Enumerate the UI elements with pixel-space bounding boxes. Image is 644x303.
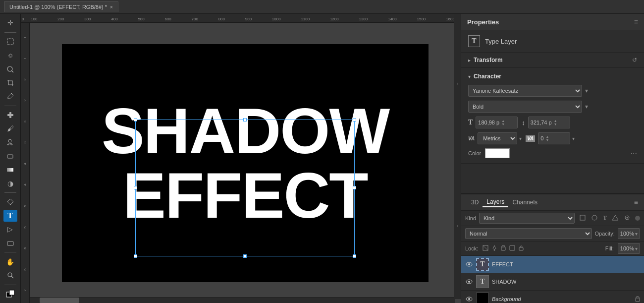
font-size-group: T 180,98 p ▲ ▼ — [468, 117, 518, 128]
toolbar-divider-1 — [4, 32, 16, 33]
pen-tool[interactable] — [3, 196, 17, 208]
visibility-eye-effect[interactable] — [465, 260, 473, 268]
lock-pixels-icon[interactable] — [482, 244, 489, 253]
text-tool[interactable]: T — [3, 210, 17, 222]
kerning-field[interactable]: 0 ▲ ▼ — [538, 132, 570, 144]
filter-toggle[interactable] — [635, 216, 640, 221]
quick-select-tool[interactable] — [3, 63, 17, 75]
layer-item-background[interactable]: Background — [461, 291, 644, 303]
line-height-stepper[interactable]: ▲ ▼ — [554, 119, 557, 126]
svg-point-16 — [627, 217, 628, 218]
svg-point-28 — [468, 298, 470, 300]
svg-rect-7 — [7, 168, 13, 172]
clone-tool[interactable] — [3, 136, 17, 149]
tab-layers[interactable]: Layers — [483, 197, 508, 207]
fill-field[interactable]: 100% ▾ — [618, 243, 640, 254]
line-height-down[interactable]: ▼ — [554, 122, 557, 126]
marquee-tool[interactable] — [3, 36, 17, 48]
font-size-up[interactable]: ▲ — [501, 119, 505, 122]
tab-channels[interactable]: Channels — [508, 198, 541, 207]
tracking-icon: VA — [468, 136, 475, 141]
handle-bm[interactable] — [243, 254, 247, 258]
eyedropper-tool[interactable] — [3, 90, 17, 103]
crop-tool[interactable] — [3, 76, 17, 89]
visibility-eye-background[interactable] — [465, 295, 473, 303]
character-header[interactable]: ▾ Character — [468, 73, 637, 80]
document-tab[interactable]: Untitled-1 @ 100% (EFFECT, RGB/8#) * × — [4, 1, 118, 12]
type-layer-label: Type Layer — [485, 38, 517, 45]
line-height-up[interactable]: ▲ — [554, 119, 557, 122]
ruler-mark: 900 — [245, 17, 252, 21]
brush-tool[interactable]: 🖌 — [3, 122, 17, 135]
gradient-tool[interactable] — [3, 164, 17, 176]
kerning-down[interactable]: ▼ — [545, 138, 549, 142]
kerning-stepper[interactable]: ▲ ▼ — [545, 135, 549, 142]
more-options-icon[interactable]: ··· — [631, 149, 637, 158]
properties-menu-icon[interactable]: ≡ — [634, 18, 638, 26]
opacity-field[interactable]: 100% ▾ — [618, 228, 640, 239]
path-selection-tool[interactable]: ▷ — [3, 223, 17, 236]
transform-arrow: ▸ — [468, 58, 471, 63]
layer-lock-icon — [635, 296, 640, 303]
fg-bg-color[interactable] — [3, 288, 17, 300]
line-height-field[interactable]: 321,74 p ▲ ▼ — [528, 117, 570, 128]
eraser-tool[interactable] — [3, 150, 17, 162]
layer-item-effect[interactable]: T EFFECT — [461, 256, 644, 273]
tracking-select[interactable]: Metrics — [478, 132, 517, 144]
layers-list[interactable]: T EFFECT T SHADOW — [461, 256, 644, 303]
ruler-top: 0 100 200 300 400 500 600 700 800 900 10… — [21, 14, 461, 23]
visibility-eye-shadow[interactable] — [465, 278, 473, 286]
handle-br[interactable] — [353, 254, 356, 258]
lock-all-icon[interactable] — [518, 244, 525, 253]
ruler-mark-left: 4 — [23, 181, 27, 189]
font-style-dropdown[interactable]: ▾ — [585, 103, 588, 110]
lock-paint-icon[interactable] — [491, 244, 498, 253]
font-size-stepper[interactable]: ▲ ▼ — [501, 119, 505, 126]
horizontal-scrollbar[interactable] — [30, 297, 455, 303]
scroll-thumb-h[interactable] — [40, 298, 79, 303]
fill-dropdown[interactable]: ▾ — [635, 246, 638, 251]
kerning-dropdown[interactable]: ▾ — [572, 136, 575, 141]
transform-section-header[interactable]: ▸ Transform ↺ — [461, 53, 644, 68]
tracking-dropdown[interactable]: ▾ — [519, 136, 522, 141]
kerning-up[interactable]: ▲ — [545, 135, 549, 138]
filter-type-icon[interactable]: T — [601, 214, 608, 223]
layers-menu-icon[interactable]: ≡ — [634, 198, 638, 206]
filter-smart-icon[interactable] — [622, 214, 632, 223]
filter-adjustment-icon[interactable] — [590, 214, 599, 223]
tab-label: Untitled-1 @ 100% (EFFECT, RGB/8#) * — [9, 4, 107, 10]
move-tool[interactable]: ✛ — [3, 17, 17, 29]
font-size-down[interactable]: ▼ — [501, 122, 505, 126]
filter-shape-icon[interactable] — [610, 214, 620, 223]
font-size-field[interactable]: 180,98 p ▲ ▼ — [476, 117, 518, 128]
opacity-dropdown[interactable]: ▾ — [635, 231, 638, 237]
filter-pixel-icon[interactable] — [578, 214, 588, 223]
layer-item-shadow[interactable]: T SHADOW — [461, 273, 644, 291]
tab-3d[interactable]: 3D — [467, 198, 483, 207]
canvas-viewport[interactable]: SHADOW EFFECT — [30, 23, 461, 303]
panel-collapse-right[interactable]: › — [454, 153, 461, 299]
zoom-tool[interactable] — [3, 269, 17, 282]
filter-kind-select[interactable]: Kind — [479, 213, 575, 224]
healing-tool[interactable] — [3, 109, 17, 121]
layer-thumb-background — [476, 293, 489, 303]
svg-rect-29 — [636, 298, 640, 302]
dodge-tool[interactable]: ◑ — [3, 177, 17, 189]
handle-bl[interactable] — [134, 254, 137, 258]
font-family-dropdown[interactable]: ▾ — [585, 87, 588, 94]
close-tab-button[interactable]: × — [110, 4, 113, 10]
hand-tool[interactable]: ✋ — [3, 255, 17, 268]
lock-position-icon[interactable] — [500, 244, 507, 253]
font-family-select[interactable]: Yanone Kaffeesatz — [468, 85, 582, 97]
blend-mode-select[interactable]: Normal — [465, 228, 592, 239]
lasso-tool[interactable]: ⌾ — [3, 49, 17, 61]
text-line-effect: EFFECT — [102, 163, 389, 228]
shape-tool[interactable] — [3, 237, 17, 249]
color-swatch[interactable] — [485, 148, 510, 158]
canvas[interactable]: SHADOW EFFECT — [62, 44, 429, 282]
font-style-select[interactable]: Bold — [468, 101, 582, 113]
panel-collapse-left[interactable]: › — [454, 14, 461, 153]
refresh-icon[interactable]: ↺ — [632, 57, 637, 63]
toolbar-divider-3 — [4, 192, 16, 193]
lock-artboard-icon[interactable] — [509, 244, 516, 253]
